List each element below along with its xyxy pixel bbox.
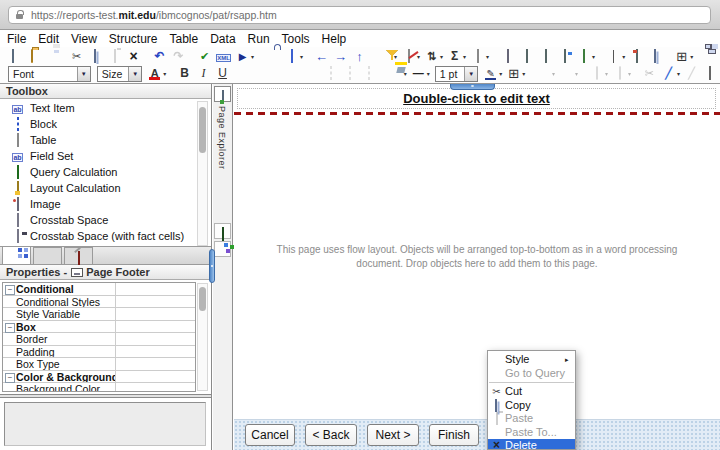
save-button[interactable] — [42, 49, 59, 65]
toolbox-item-image[interactable]: Image — [0, 196, 211, 212]
property-value[interactable] — [115, 321, 195, 333]
page-footer-button[interactable] — [537, 49, 554, 65]
property-row-padding[interactable]: Padding — [3, 346, 195, 359]
summarize-button[interactable]: Σ▾ — [446, 49, 467, 65]
property-row-background-color[interactable]: Background Color — [3, 383, 195, 392]
menu-structure[interactable]: Structure — [103, 31, 164, 47]
toolbox-item-block[interactable]: Block — [0, 116, 211, 132]
bold-button[interactable]: B — [176, 66, 193, 82]
context-menu-cut[interactable]: ✂Cut — [488, 385, 575, 399]
property-row-box-type[interactable]: Box Type — [3, 358, 195, 371]
toolbox-item-query-calculation[interactable]: Query Calculation — [0, 164, 211, 180]
font-size-select[interactable]: Size▼ — [97, 66, 142, 82]
underline-button[interactable]: U — [214, 66, 231, 82]
property-row-conditional[interactable]: Conditional — [3, 283, 195, 296]
property-value[interactable] — [115, 383, 195, 392]
back-button[interactable]: < Back — [305, 424, 357, 446]
finish-button[interactable]: Finish — [429, 424, 479, 446]
sort-button[interactable]: ⇅▾ — [423, 49, 444, 65]
panel-splitter-handle[interactable] — [209, 249, 215, 283]
toolbox-item-crosstab-space-with-fact-cells[interactable]: Crosstab Space (with fact cells) — [0, 228, 211, 244]
condition-explorer-button[interactable] — [214, 241, 231, 257]
copy-button[interactable] — [87, 49, 104, 65]
property-row-conditional-styles[interactable]: Conditional Styles — [3, 296, 195, 309]
property-value[interactable] — [115, 308, 195, 320]
section-dropdown-icon[interactable]: ▾ — [486, 53, 489, 60]
toolbox-scrollbar-thumb[interactable] — [199, 107, 206, 153]
line-style-dropdown-icon[interactable]: ▾ — [427, 70, 430, 77]
pick-up-style-button[interactable]: ╱▾ — [660, 66, 681, 82]
new-report-button[interactable] — [4, 49, 21, 65]
go-up-button[interactable]: ↑ — [351, 49, 368, 65]
menu-run[interactable]: Run — [242, 31, 276, 47]
collapse-icon[interactable] — [3, 283, 16, 295]
page-header-button[interactable] — [518, 49, 535, 65]
run-report-button[interactable]: ▶▾ — [234, 49, 255, 65]
border-color-button[interactable]: ✎▾ — [482, 66, 503, 82]
tab-source[interactable] — [33, 247, 62, 264]
toolbox-item-text-item[interactable]: abText Item — [0, 100, 211, 116]
insert-table-button[interactable]: ⊞▾ — [673, 49, 694, 65]
menu-edit[interactable]: Edit — [32, 31, 65, 47]
toolbox-item-field-set[interactable]: abField Set — [0, 148, 211, 164]
collapse-icon[interactable] — [3, 321, 16, 333]
cut-button[interactable]: ✂ — [68, 49, 85, 65]
context-menu-style[interactable]: Style▸ — [488, 353, 575, 367]
view-xml-button[interactable]: XML — [215, 49, 232, 65]
property-row-style-variable[interactable]: Style Variable — [3, 308, 195, 321]
property-row-border[interactable]: Border — [3, 333, 195, 346]
context-menu-delete[interactable]: ×Delete — [488, 439, 575, 450]
cancel-button[interactable]: Cancel — [245, 424, 295, 446]
swap-display-button[interactable] — [628, 49, 645, 65]
menu-tools[interactable]: Tools — [276, 31, 316, 47]
context-menu-copy[interactable]: Copy — [488, 399, 575, 413]
tab-data-items[interactable] — [64, 247, 93, 264]
go-back-button[interactable]: ← — [313, 49, 330, 65]
section-button[interactable]: ▾ — [469, 49, 490, 65]
toolbox-item-table[interactable]: Table — [0, 132, 211, 148]
delete-button[interactable]: × — [125, 49, 142, 65]
collapse-icon[interactable] — [3, 371, 16, 383]
menu-file[interactable]: File — [0, 31, 32, 47]
canvas-splitter-handle[interactable] — [450, 84, 495, 90]
border-color-dropdown-icon[interactable]: ▾ — [499, 70, 502, 77]
copy-display-button[interactable] — [647, 49, 664, 65]
url-bar[interactable]: https://reports-test.mit.edu/ibmcognos/p… — [8, 6, 711, 24]
split-pane-button[interactable] — [499, 49, 516, 65]
tab-toolbox[interactable] — [2, 246, 31, 264]
report-title-block[interactable]: Double-click to edit text — [237, 88, 716, 109]
insert-table-dropdown-icon[interactable]: ▾ — [690, 53, 693, 60]
background-color-button[interactable]: ▾ — [387, 66, 408, 82]
suppress-dropdown-icon[interactable]: ▾ — [417, 53, 420, 60]
toolbox-item-layout-calculation[interactable]: Layout Calculation — [0, 180, 211, 196]
property-value[interactable] — [115, 358, 195, 370]
run-report-dropdown-icon[interactable]: ▾ — [251, 53, 254, 60]
property-value[interactable] — [115, 296, 195, 308]
menu-data[interactable]: Data — [204, 31, 241, 47]
next-button[interactable]: Next > — [367, 424, 419, 446]
property-value[interactable] — [115, 371, 195, 383]
italic-button[interactable]: I — [195, 66, 212, 82]
menu-view[interactable]: View — [65, 31, 103, 47]
property-row-color-background[interactable]: Color & Background — [3, 371, 195, 384]
properties-scrollbar-thumb[interactable] — [199, 287, 206, 311]
borders-button[interactable]: ⊞▾ — [505, 66, 526, 82]
lock-page-objects-button[interactable] — [264, 49, 281, 65]
font-family-select[interactable]: Font▼ — [8, 66, 91, 82]
summarize-dropdown-icon[interactable]: ▾ — [463, 53, 466, 60]
pick-up-style-dropdown-icon[interactable]: ▾ — [677, 70, 680, 77]
conditional-styles-button[interactable] — [702, 66, 719, 82]
toolbox-item-crosstab-space[interactable]: Crosstab Space — [0, 212, 211, 228]
page-footer-band[interactable]: Cancel< BackNext >Finish — [234, 419, 720, 450]
menu-table[interactable]: Table — [164, 31, 205, 47]
query-explorer-button[interactable] — [214, 223, 231, 239]
visual-aids-dropdown-icon[interactable]: ▾ — [300, 53, 303, 60]
property-row-box[interactable]: Box — [3, 321, 195, 334]
sort-dropdown-icon[interactable]: ▾ — [440, 53, 443, 60]
border-width-select-dropdown-icon[interactable]: ▼ — [464, 67, 477, 81]
property-value[interactable] — [115, 346, 195, 358]
font-color-dropdown-icon[interactable]: ▾ — [163, 70, 166, 77]
validate-report-button[interactable]: ✔ — [196, 49, 213, 65]
font-family-select-dropdown-icon[interactable]: ▼ — [77, 67, 90, 81]
swap-rows-columns-button[interactable] — [696, 49, 713, 65]
